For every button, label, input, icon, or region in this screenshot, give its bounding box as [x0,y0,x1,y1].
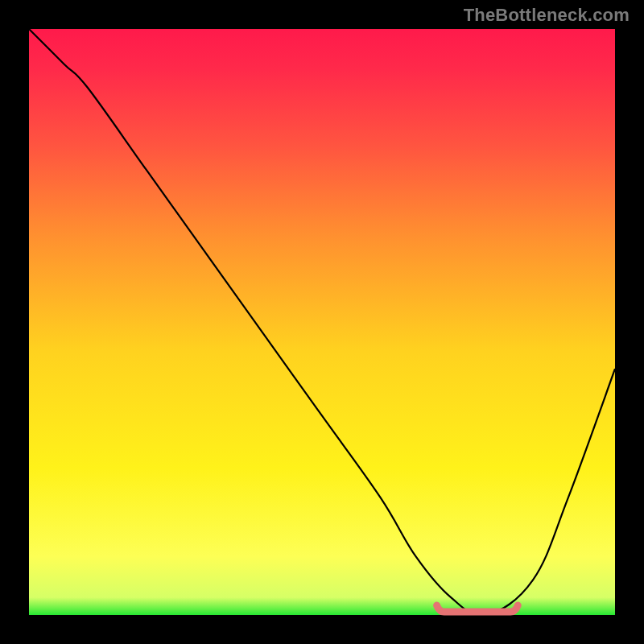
watermark-text: TheBottleneck.com [464,5,630,26]
bottleneck-chart [0,0,644,644]
chart-container: TheBottleneck.com [0,0,644,644]
plot-background [29,29,615,615]
